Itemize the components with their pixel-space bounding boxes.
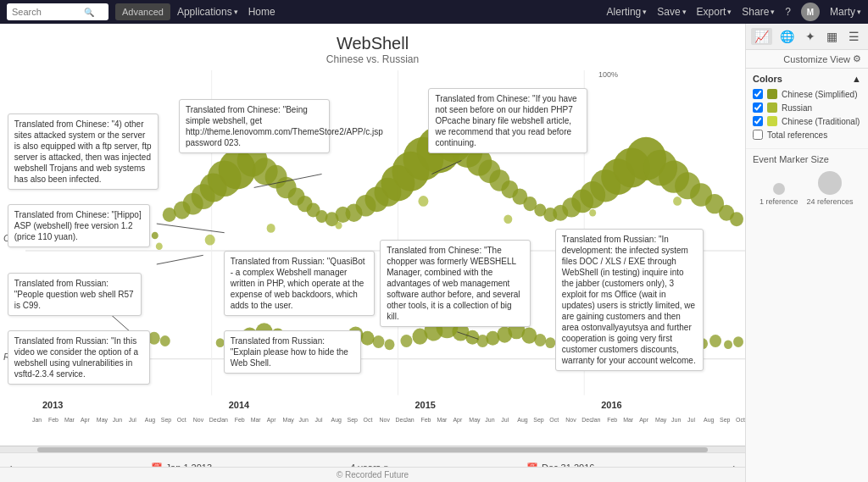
svg-text:Mar: Mar (64, 416, 75, 424)
advanced-button[interactable]: Advanced (115, 3, 170, 20)
svg-point-67 (152, 232, 159, 240)
svg-text:May: May (655, 416, 667, 424)
color-swatch-traditional (767, 116, 777, 126)
view-icons-row: 📈 🌐 ✦ ▦ ☰ (746, 24, 868, 50)
user-menu[interactable]: Marty ▾ (830, 6, 861, 18)
annotation-russian-3: Translated from Russian: "QuasiBot - a c… (224, 251, 375, 316)
top-navigation: 🔍 Advanced Applications ▾ Home Alerting … (0, 0, 868, 24)
collapse-icon[interactable]: ▲ (852, 74, 861, 84)
svg-text:Feb: Feb (420, 416, 431, 424)
chart-area: WebShell Chinese vs. Russian Chinese Rus… (0, 24, 745, 482)
svg-text:Oct: Oct (364, 416, 373, 424)
search-input[interactable] (12, 7, 84, 17)
svg-text:2013: 2013 (42, 400, 63, 410)
svg-text:2015: 2015 (415, 400, 435, 410)
large-marker (818, 171, 842, 195)
color-label-russian: Russian (782, 103, 812, 113)
annotation-chinese-3: Translated from Chinese: "Being simple w… (179, 99, 330, 153)
color-checkbox-russian[interactable] (753, 102, 763, 113)
svg-text:Apr: Apr (639, 416, 648, 424)
nav-right: Alerting ▾ Save ▾ Export ▾ Share ▾ ? M M… (607, 3, 861, 21)
svg-line-181 (157, 224, 225, 233)
svg-text:Feb: Feb (48, 416, 58, 424)
svg-text:May: May (97, 416, 108, 424)
export-chevron: ▾ (727, 8, 732, 16)
network-view-icon[interactable]: ✦ (802, 28, 819, 45)
applications-chevron: ▾ (234, 8, 238, 16)
save-chevron: ▾ (682, 8, 687, 16)
svg-point-149 (361, 331, 375, 346)
svg-text:Sep: Sep (161, 416, 171, 424)
svg-text:Mar: Mar (251, 416, 262, 424)
colors-section: Colors ▲ Chinese (Simplified) Russian Ch… (746, 69, 868, 149)
svg-point-124 (589, 209, 596, 217)
small-marker (773, 183, 785, 195)
share-chevron: ▾ (771, 8, 775, 16)
user-chevron: ▾ (857, 8, 861, 16)
color-label-traditional: Chinese (Traditional) (782, 117, 860, 126)
svg-text:Mar: Mar (623, 416, 634, 424)
svg-text:Sep: Sep (720, 416, 730, 424)
svg-text:Feb: Feb (607, 416, 617, 424)
export-menu[interactable]: Export ▾ (697, 6, 732, 18)
svg-point-135 (148, 332, 160, 345)
chart-view-icon[interactable]: 📈 (751, 28, 772, 45)
svg-text:Apr: Apr (267, 416, 276, 424)
right-panel: 📈 🌐 ✦ ▦ ☰ Customize View ⚙ Colors ▲ Chin… (745, 24, 868, 482)
total-refs-checkbox[interactable] (753, 130, 763, 140)
svg-text:Jul: Jul (687, 416, 695, 424)
svg-text:2016: 2016 (601, 400, 621, 410)
applications-menu[interactable]: Applications ▾ (177, 6, 238, 18)
search-box[interactable]: 🔍 (7, 3, 108, 20)
annotation-chinese-1: Translated from Chinese: "4) other sites… (8, 114, 159, 190)
svg-text:2014: 2014 (229, 400, 250, 410)
main-area: WebShell Chinese vs. Russian Chinese Rus… (0, 24, 868, 482)
svg-point-151 (384, 339, 394, 350)
svg-text:Jul: Jul (129, 416, 136, 424)
map-view-icon[interactable]: 🌐 (776, 28, 798, 45)
svg-text:Jun: Jun (485, 416, 494, 424)
event-marker-title: Event Marker Size (753, 154, 861, 164)
svg-text:Aug: Aug (704, 416, 714, 424)
nav-links: Applications ▾ Home (177, 6, 600, 18)
svg-point-117 (730, 212, 743, 226)
svg-text:Nov: Nov (379, 416, 390, 424)
save-menu[interactable]: Save ▾ (657, 6, 686, 18)
svg-text:Jul: Jul (501, 416, 509, 424)
home-link[interactable]: Home (248, 6, 275, 18)
svg-text:Jan: Jan (404, 416, 414, 424)
color-label-simplified: Chinese (Simplified) (782, 90, 857, 99)
svg-line-182 (157, 255, 203, 264)
annotation-russian-4: Translated from Russian: "Explain please… (224, 330, 361, 374)
color-checkbox-simplified[interactable] (753, 89, 763, 99)
bottom-scrollbar[interactable] (0, 446, 745, 452)
svg-point-179 (724, 340, 732, 349)
alerting-menu[interactable]: Alerting ▾ (607, 6, 648, 18)
user-avatar: M (801, 3, 820, 21)
marker-size-demo: 1 reference 24 references (760, 171, 861, 206)
customize-view-btn[interactable]: Customize View ⚙ (746, 50, 868, 69)
color-checkbox-traditional[interactable] (753, 116, 763, 126)
colors-section-title: Colors ▲ (753, 74, 861, 84)
svg-text:Sep: Sep (533, 416, 543, 424)
svg-point-118 (156, 242, 163, 250)
table-view-icon[interactable]: ▦ (823, 28, 841, 45)
svg-text:Jun: Jun (113, 416, 122, 424)
svg-text:Aug: Aug (331, 416, 342, 424)
svg-point-136 (160, 335, 170, 346)
svg-text:Sep: Sep (348, 416, 358, 424)
svg-point-152 (400, 335, 412, 347)
annotation-chinese-5: Translated from Chinese: "The chopper wa… (380, 240, 531, 327)
share-menu[interactable]: Share ▾ (742, 6, 775, 18)
annotation-russian-1: Translated from Russian: "People questio… (8, 273, 142, 316)
small-marker-label: 1 reference (760, 197, 798, 206)
help-button[interactable]: ? (785, 6, 791, 18)
color-swatch-simplified (767, 89, 777, 99)
svg-text:May: May (283, 416, 295, 424)
svg-text:May: May (469, 416, 481, 424)
rf-copyright: © Recorded Future (337, 470, 409, 479)
svg-point-180 (733, 336, 743, 347)
svg-point-121 (336, 222, 342, 230)
list-view-icon[interactable]: ☰ (845, 28, 863, 45)
svg-text:Jun: Jun (671, 416, 681, 424)
